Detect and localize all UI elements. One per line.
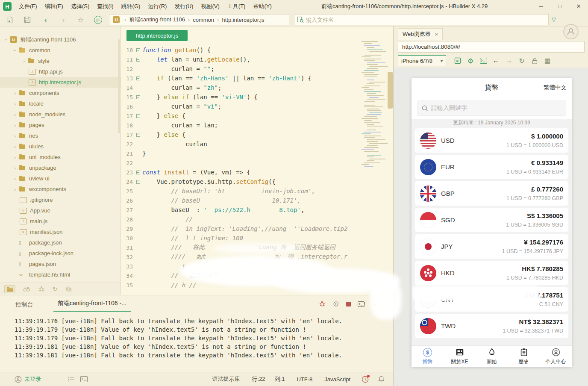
file-search-box[interactable]: [294, 14, 549, 25]
fold-marker-icon[interactable]: [136, 58, 142, 62]
code-line[interactable]: 33 t: [121, 262, 386, 271]
favorites-button[interactable]: ☆: [77, 16, 85, 24]
menu-item-3[interactable]: 查找(I): [93, 0, 117, 13]
language-mode[interactable]: JavaScript: [324, 376, 350, 383]
code-line[interactable]: 22: [121, 158, 386, 168]
code-line[interactable]: 30 // l t ingTime: 100: [121, 233, 386, 243]
navigate-back-button[interactable]: ‹: [42, 16, 50, 24]
user-avatar[interactable]: [563, 24, 579, 39]
chevron-right-icon[interactable]: ›: [12, 144, 18, 149]
code-line[interactable]: 29 // in ingText: 'Loading',//uang ''Loa…: [121, 224, 386, 233]
tree-item-manifest.json[interactable]: ⚙manifest.json: [0, 227, 121, 237]
sidebar-scrollbar[interactable]: [118, 39, 120, 133]
code-line[interactable]: 14 curlan = "zh";: [121, 83, 386, 92]
maximize-button[interactable]: □: [550, 0, 569, 12]
code-line[interactable]: 25 // baseUrl: 'ht invin-job.com',: [121, 186, 386, 196]
navigate-forward-button[interactable]: ›: [59, 16, 67, 24]
app-tab-flame[interactable]: 開始: [476, 346, 508, 367]
stop-icon[interactable]: [346, 302, 351, 306]
restart-icon[interactable]: [332, 301, 339, 307]
code-line[interactable]: 12 curlan = "";: [121, 64, 386, 74]
menu-item-9[interactable]: 帮助(Y): [249, 0, 275, 13]
qr-code-button[interactable]: ▦: [543, 56, 552, 65]
tree-item-package.json[interactable]: [ ]package.json: [0, 237, 121, 248]
device-select[interactable]: iPhone 6/7/8 ▾: [398, 55, 446, 66]
code-line[interactable]: 34 // 自定义头部: [121, 271, 386, 280]
browser-refresh-button[interactable]: ↻: [517, 56, 526, 65]
fold-marker-icon[interactable]: [136, 180, 142, 184]
breadcrumb-item-file[interactable]: http.interceptor.js: [222, 17, 264, 23]
code-line[interactable]: 21}: [121, 149, 386, 158]
currency-row-EUR[interactable]: EUR€ 0.9331491 USD = 0.933149 EUR: [415, 155, 568, 179]
fold-marker-icon[interactable]: [136, 77, 142, 80]
tree-item-style[interactable]: ›style: [0, 56, 121, 66]
app-tab-history[interactable]: 歷史: [508, 346, 540, 367]
tree-item-node_modules[interactable]: ›node_modules: [0, 109, 121, 120]
run-button[interactable]: ▷: [94, 16, 102, 24]
open-external-button[interactable]: [453, 56, 462, 65]
chevron-right-icon[interactable]: ›: [21, 59, 26, 64]
ssl-lock-button[interactable]: [530, 56, 539, 65]
menu-item-7[interactable]: 视图(V): [197, 0, 223, 13]
web-view-button[interactable]: [65, 286, 72, 292]
currency-row-SGD[interactable]: SGDS$ 1.3360051 USD = 1.336005 SGD: [415, 208, 568, 232]
browser-forward-button[interactable]: →: [505, 56, 513, 65]
chevron-right-icon[interactable]: ›: [12, 91, 18, 96]
account-icon[interactable]: [15, 376, 22, 383]
syntax-hint-lib[interactable]: 语法提示库: [212, 375, 240, 383]
chevron-down-icon[interactable]: ›: [12, 48, 18, 53]
currency-row-USD[interactable]: USD$ 1.0000001 USD = 1.000000 USD: [415, 128, 568, 153]
chevron-right-icon[interactable]: ›: [12, 123, 18, 128]
debug-view-button[interactable]: [38, 286, 45, 292]
fold-marker-icon[interactable]: [136, 133, 142, 137]
code-line[interactable]: 11 let lan = uni.getLocale(),: [121, 55, 386, 64]
tree-item-unpackage[interactable]: ›unpackage: [0, 162, 121, 173]
chevron-right-icon[interactable]: ›: [12, 187, 18, 192]
file-search-input[interactable]: [306, 17, 528, 23]
breadcrumb-item-folder[interactable]: common: [193, 17, 214, 23]
language-switch[interactable]: 繁體中文: [544, 78, 567, 97]
currency-row-GBP[interactable]: GBP£ 0.7772601 USD = 0.777260 GBP: [415, 181, 568, 206]
tree-item-template.h5.html[interactable]: <>template.h5.html: [0, 269, 121, 280]
editor-tab[interactable]: http.interceptor.js: [126, 30, 188, 41]
browser-tab[interactable]: Web浏览器 ×: [398, 28, 443, 40]
fold-marker-icon[interactable]: [136, 95, 142, 99]
code-editor[interactable]: http.interceptor.js 10function getLan() …: [121, 27, 393, 295]
code-line[interactable]: 31 /// 将此 'Loang 海 返回服务端返回: [121, 243, 386, 252]
console-tab[interactable]: 前端canting-front-1106 -...: [53, 300, 131, 312]
bell-icon[interactable]: [378, 376, 385, 383]
code-line[interactable]: 26 // baseU 10.171',: [121, 196, 386, 205]
tree-item-locale[interactable]: ›locale: [0, 98, 121, 109]
fold-marker-icon[interactable]: [136, 114, 142, 118]
keyword-search-box[interactable]: 請輸入關鍵字: [417, 100, 566, 116]
code-line[interactable]: 17 } else {: [121, 130, 386, 139]
code-line[interactable]: 32 //// 如t .如 强 .interceptor.r: [121, 252, 386, 262]
minimize-button[interactable]: ─: [532, 0, 550, 12]
menu-item-1[interactable]: 编辑(E): [41, 0, 67, 13]
task-list-icon[interactable]: [68, 376, 74, 382]
tree-item-main.js[interactable]: Jmain.js: [0, 216, 121, 227]
app-tab-currency[interactable]: $貨幣: [412, 346, 444, 367]
login-status[interactable]: 未登录: [24, 375, 41, 383]
chevron-right-icon[interactable]: ›: [12, 133, 18, 138]
url-input[interactable]: [398, 41, 585, 53]
tree-item-App.vue[interactable]: VApp.vue: [0, 205, 121, 216]
search-view-button[interactable]: [23, 286, 30, 292]
browser-settings-button[interactable]: ⚙: [466, 56, 475, 65]
tree-item-http.interceptor.js[interactable]: Jhttp.interceptor.js: [0, 77, 121, 88]
tab-close-icon[interactable]: ×: [435, 31, 438, 38]
code-line[interactable]: 23const install = (Vue, vm) => {: [121, 168, 386, 177]
tree-item-pages.json[interactable]: [ ]pages.json: [0, 259, 121, 269]
save-button[interactable]: [24, 16, 31, 24]
code-line[interactable]: 15 } else if (lan == 'vi-VN') {: [121, 92, 386, 102]
menu-item-4[interactable]: 跳转(G): [118, 0, 144, 13]
chevron-right-icon[interactable]: ›: [12, 112, 18, 117]
scrollbar-thumb[interactable]: [388, 72, 393, 109]
menu-item-2[interactable]: 选择(S): [67, 0, 93, 13]
breadcrumb-item-project[interactable]: 前端canting-front-1106: [129, 16, 185, 24]
code-line[interactable]: 18 curlan = lan;: [121, 121, 386, 130]
filter-funnel-icon[interactable]: ▽: [552, 16, 556, 23]
terminal-icon[interactable]: [80, 376, 88, 382]
menu-item-5[interactable]: 运行(R): [144, 0, 171, 13]
code-line[interactable]: 27 baseU : ' ps://522.h 8.top',: [121, 205, 386, 215]
